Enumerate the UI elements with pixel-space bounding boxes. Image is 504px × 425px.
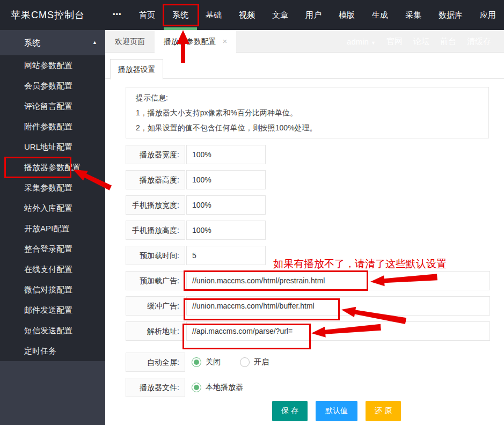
chevron-down-icon: ▼ xyxy=(371,40,376,46)
main-content: 欢迎页面 播放器参数配置 × admin ▼ 官网 论坛 前台 清缓存 播放器设… xyxy=(105,30,504,425)
auto-fullscreen-label: 自动全屏: xyxy=(126,353,185,372)
restore-button[interactable]: 还 原 xyxy=(366,401,401,421)
subtab-row: 播放器设置 xyxy=(105,53,504,79)
local-player-radio[interactable] xyxy=(192,383,201,392)
sidebar-item-player-params[interactable]: 播放器参数配置 xyxy=(0,157,105,178)
player-width-input[interactable] xyxy=(186,145,266,164)
close-icon[interactable]: × xyxy=(223,36,228,46)
sidebar-item-url-address[interactable]: URL地址配置 xyxy=(0,137,105,157)
username: admin xyxy=(347,37,369,46)
mobile-height-input[interactable] xyxy=(186,221,266,240)
sidebar-item-sms-send[interactable]: 短信发送配置 xyxy=(0,320,105,341)
sidebar-group-system[interactable]: 系统 ▲ xyxy=(0,30,105,55)
nav-item-generate[interactable]: 生成 xyxy=(363,0,397,30)
top-navbar: 苹果CMS控制台 ••• 首页 系统 基础 视频 文章 用户 模版 生成 采集 … xyxy=(0,0,504,30)
form-row: 手机播放高度: xyxy=(126,221,504,240)
buffer-ad-label: 缓冲广告: xyxy=(126,296,185,316)
nav-item-user[interactable]: 用户 xyxy=(297,0,330,30)
nav-item-article[interactable]: 文章 xyxy=(264,0,297,30)
buffer-ad-input[interactable] xyxy=(186,296,490,316)
notice-title: 提示信息: xyxy=(136,90,479,105)
default-value-button[interactable]: 默认值 xyxy=(316,401,357,421)
sidebar-menu: 网站参数配置 会员参数配置 评论留言配置 附件参数配置 URL地址配置 播放器参… xyxy=(0,55,105,361)
nav-item-collect[interactable]: 采集 xyxy=(397,0,430,30)
app-window: 苹果CMS控制台 ••• 首页 系统 基础 视频 文章 用户 模版 生成 采集 … xyxy=(0,0,504,425)
form-row: 播放器文件: 本地播放器 xyxy=(126,378,504,397)
sidebar-item-comment-message[interactable]: 评论留言配置 xyxy=(0,96,105,116)
sidebar-item-integrated-login[interactable]: 整合登录配置 xyxy=(0,239,105,259)
sidebar-item-scheduled-tasks[interactable]: 定时任务 xyxy=(0,341,105,361)
sidebar-item-website-params[interactable]: 网站参数配置 xyxy=(0,55,105,76)
subtab-player-settings[interactable]: 播放器设置 xyxy=(110,59,163,79)
auto-fullscreen-off-radio[interactable] xyxy=(192,357,201,367)
nav-item-video[interactable]: 视频 xyxy=(230,0,264,30)
link-forum[interactable]: 论坛 xyxy=(413,36,429,47)
form-row: 播放器宽度: xyxy=(126,145,504,164)
player-height-label: 播放器高度: xyxy=(126,170,185,189)
sidebar-item-offsite-storage[interactable]: 站外入库配置 xyxy=(0,198,105,218)
form-row: 自动全屏: 关闭 开启 xyxy=(126,353,504,372)
form-row: 解析地址: xyxy=(126,321,504,341)
player-file-label: 播放器文件: xyxy=(126,378,185,397)
auto-fullscreen-radios: 关闭 开启 xyxy=(186,353,288,372)
preload-ad-label: 预加载广告: xyxy=(126,271,185,290)
user-dropdown[interactable]: admin ▼ xyxy=(347,37,376,46)
tab-player-params-label: 播放器参数配置 xyxy=(164,37,216,46)
more-icon[interactable]: ••• xyxy=(113,0,122,29)
app-logo: 苹果CMS控制台 xyxy=(11,0,85,30)
sidebar-item-open-api[interactable]: 开放API配置 xyxy=(0,218,105,239)
form-row: 预加载广告: xyxy=(126,271,504,290)
nav-item-home[interactable]: 首页 xyxy=(130,0,164,30)
form-row: 缓冲广告: xyxy=(126,296,504,316)
parse-url-label: 解析地址: xyxy=(126,321,185,341)
auto-fullscreen-off-label: 关闭 xyxy=(206,357,221,367)
nav-item-app[interactable]: 应用 xyxy=(471,0,504,30)
form-row: 预加载时间: xyxy=(126,246,504,265)
player-width-label: 播放器宽度: xyxy=(126,145,185,164)
preload-time-label: 预加载时间: xyxy=(126,246,185,265)
player-height-input[interactable] xyxy=(186,170,266,189)
sidebar: 系统 ▲ 网站参数配置 会员参数配置 评论留言配置 附件参数配置 URL地址配置… xyxy=(0,30,105,425)
nav-item-system[interactable]: 系统 xyxy=(164,0,197,30)
user-menu: admin ▼ 官网 论坛 前台 清缓存 xyxy=(347,30,491,53)
nav-item-template[interactable]: 模版 xyxy=(330,0,363,30)
sidebar-item-member-params[interactable]: 会员参数配置 xyxy=(0,76,105,96)
mobile-height-label: 手机播放高度: xyxy=(126,221,185,240)
nav-item-database[interactable]: 数据库 xyxy=(430,0,471,30)
auto-fullscreen-on-label: 开启 xyxy=(254,357,269,367)
top-menu: 首页 系统 基础 视频 文章 用户 模版 生成 采集 数据库 应用 xyxy=(130,0,504,30)
chevron-up-icon: ▲ xyxy=(92,30,97,55)
notice-line-1: 1，播放器大小支持px像素和%百分比两种单位。 xyxy=(136,105,479,120)
save-button[interactable]: 保 存 xyxy=(272,401,308,421)
form-row: 播放器高度: xyxy=(126,170,504,189)
sidebar-item-collect-params[interactable]: 采集参数配置 xyxy=(0,178,105,198)
sidebar-item-email-send[interactable]: 邮件发送配置 xyxy=(0,300,105,320)
auto-fullscreen-on-radio[interactable] xyxy=(240,357,250,367)
tab-welcome[interactable]: 欢迎页面 xyxy=(105,30,155,53)
tab-player-params[interactable]: 播放器参数配置 × xyxy=(155,30,236,53)
link-official-site[interactable]: 官网 xyxy=(386,36,403,47)
mobile-width-label: 手机播放宽度: xyxy=(126,195,185,215)
player-settings-form: 提示信息: 1，播放器大小支持px像素和%百分比两种单位。 2，如果设置的值不包… xyxy=(105,79,504,421)
preload-ad-input[interactable] xyxy=(186,271,490,290)
player-file-radios: 本地播放器 xyxy=(186,378,262,397)
sidebar-item-attachment-params[interactable]: 附件参数配置 xyxy=(0,116,105,137)
nav-item-basic[interactable]: 基础 xyxy=(197,0,230,30)
tab-strip: 欢迎页面 播放器参数配置 × admin ▼ 官网 论坛 前台 清缓存 xyxy=(105,30,504,53)
sidebar-item-wechat-connect[interactable]: 微信对接配置 xyxy=(0,280,105,300)
parse-url-input[interactable] xyxy=(186,321,490,341)
preload-time-input[interactable] xyxy=(186,246,266,265)
sidebar-item-online-payment[interactable]: 在线支付配置 xyxy=(0,259,105,280)
notice-box: 提示信息: 1，播放器大小支持px像素和%百分比两种单位。 2，如果设置的值不包… xyxy=(126,87,489,138)
local-player-label: 本地播放器 xyxy=(206,383,243,392)
notice-line-2: 2，如果设置的值不包含任何单位，则按照100%处理。 xyxy=(136,120,479,135)
mobile-width-input[interactable] xyxy=(186,195,266,215)
form-buttons: 保 存 默认值 还 原 xyxy=(126,401,504,421)
link-frontend[interactable]: 前台 xyxy=(440,36,456,47)
form-row: 手机播放宽度: xyxy=(126,195,504,215)
link-clear-cache[interactable]: 清缓存 xyxy=(467,36,491,47)
sidebar-group-label: 系统 xyxy=(24,38,40,47)
